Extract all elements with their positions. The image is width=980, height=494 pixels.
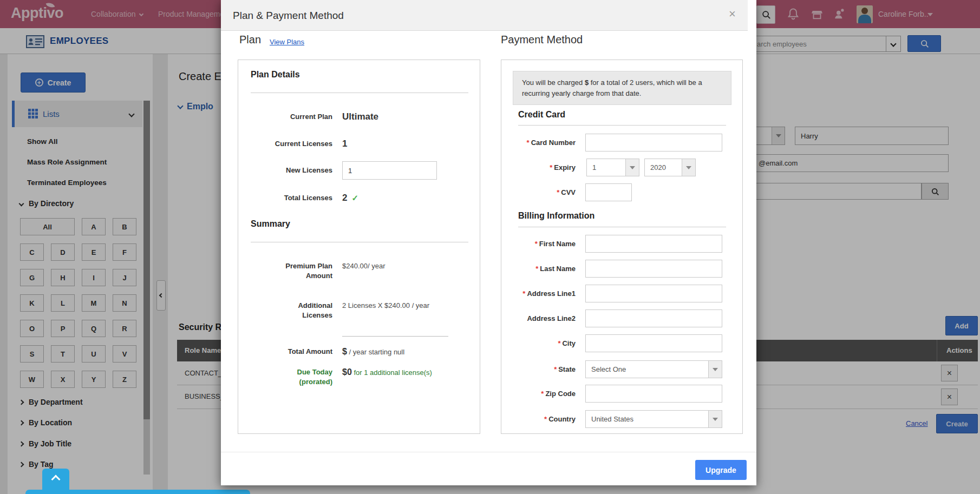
required-icon: * [535, 265, 538, 273]
city-field: *City [501, 334, 742, 352]
modal-title: Plan & Payment Method [233, 0, 344, 31]
premium-plan-value: $240.00/ year [342, 261, 386, 271]
chevron-down-icon [708, 361, 722, 378]
plan-heading: Plan [239, 34, 261, 46]
summary-heading: Summary [251, 219, 290, 229]
plan-payment-modal: Plan & Payment Method × Plan View Plans … [221, 0, 756, 485]
divider [518, 227, 726, 227]
current-plan-value: Ultimate [342, 111, 378, 122]
current-licenses-value: 1 [342, 139, 347, 149]
page: Apptivo Collaboration Product Managemen … [0, 0, 980, 494]
expiry-year-select[interactable]: 2020 [644, 159, 696, 176]
credit-card-heading: Credit Card [518, 110, 565, 120]
plan-details-heading: Plan Details [251, 70, 300, 80]
additional-licenses-value: 2 Licenses X $240.00 / year [342, 301, 429, 311]
divider [518, 125, 726, 126]
view-plans-link[interactable]: View Plans [270, 38, 304, 46]
address-line2-input[interactable] [585, 309, 722, 327]
payment-method-heading: Payment Method [501, 34, 583, 46]
due-today-amount: $0 [342, 367, 352, 377]
required-icon: * [541, 390, 544, 398]
modal-footer-divider [221, 452, 756, 452]
due-today-rest: for 1 additional license(s) [352, 368, 432, 377]
address-line1-input[interactable] [585, 285, 722, 302]
card-number-input[interactable] [585, 134, 722, 152]
charge-notice: You will be charged $ for a total of 2 u… [513, 71, 731, 105]
upgrade-button[interactable]: Upgrade [695, 460, 747, 480]
required-icon: * [554, 365, 557, 373]
first-name-input[interactable] [585, 235, 722, 253]
first-name-field: *First Name [501, 235, 742, 253]
divider [251, 93, 468, 93]
expiry-month-select[interactable]: 1 [586, 159, 639, 176]
address-line2-field: Address Line2 [501, 309, 742, 327]
divider [251, 242, 468, 242]
required-icon: * [535, 240, 538, 248]
billing-information-heading: Billing Information [518, 211, 594, 221]
required-icon: * [557, 188, 559, 196]
chevron-down-icon [682, 159, 695, 176]
chevron-down-icon [708, 411, 722, 427]
required-icon: * [550, 163, 552, 172]
zip-code-input[interactable] [585, 385, 722, 403]
required-icon: * [544, 415, 547, 423]
plan-box: Plan Details Current Plan Ultimate Curre… [238, 60, 480, 434]
required-icon: * [558, 339, 560, 347]
state-select[interactable]: Select One [585, 360, 722, 378]
card-number-field: *Card Number [501, 134, 742, 152]
expiry-field: *Expiry 1 2020 [501, 159, 742, 176]
close-icon[interactable]: × [729, 8, 736, 20]
chevron-up-icon [51, 475, 61, 484]
cvv-input[interactable] [585, 183, 632, 201]
check-icon: ✓ [351, 193, 358, 202]
required-icon: * [527, 139, 530, 147]
scroll-to-top-button[interactable] [42, 469, 69, 494]
state-field: *State Select One [501, 360, 742, 378]
address-line1-field: *Address Line1 [501, 285, 742, 302]
cvv-field: *CVV [501, 183, 742, 201]
last-name-input[interactable] [585, 260, 722, 278]
country-select[interactable]: United States [585, 410, 722, 428]
zip-code-field: *Zip Code [501, 385, 742, 403]
city-input[interactable] [585, 334, 722, 352]
modal-header: Plan & Payment Method [221, 0, 748, 31]
required-icon: * [522, 289, 525, 298]
subtotal-divider [342, 336, 448, 337]
total-licenses-value: 2 [342, 193, 347, 203]
country-field: *Country United States [501, 410, 742, 428]
chevron-down-icon [625, 159, 639, 176]
total-amount-rest: / year starting null [347, 348, 404, 356]
payment-box: You will be charged $ for a total of 2 u… [501, 60, 743, 434]
new-licenses-input[interactable] [342, 161, 437, 180]
total-amount-currency: $ [342, 347, 347, 356]
last-name-field: *Last Name [501, 260, 742, 278]
